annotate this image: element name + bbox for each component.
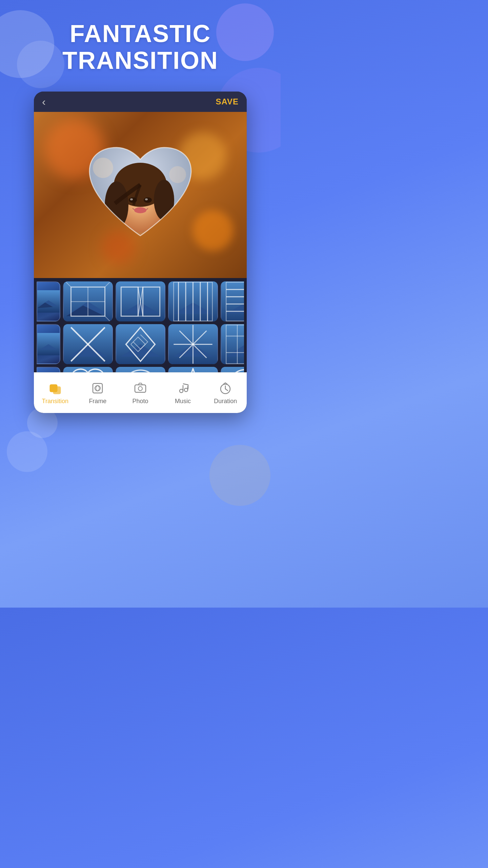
frame-nav-label: Frame xyxy=(89,398,106,405)
svg-point-97 xyxy=(138,387,142,391)
photo-nav-label: Photo xyxy=(132,398,148,405)
nav-item-frame[interactable]: Frame xyxy=(77,381,119,405)
music-nav-label: Music xyxy=(175,398,191,405)
transition-item-partial[interactable] xyxy=(37,281,60,321)
nav-item-music[interactable]: Music xyxy=(162,381,204,405)
grid-row-2 xyxy=(37,324,244,364)
svg-point-13 xyxy=(145,198,148,200)
save-button[interactable]: SAVE xyxy=(216,97,239,106)
music-nav-icon xyxy=(176,381,190,396)
duration-nav-label: Duration xyxy=(214,398,237,405)
nav-item-transition[interactable]: Transition xyxy=(34,381,77,405)
nav-item-duration[interactable]: Duration xyxy=(204,381,247,405)
transition-item-cube[interactable] xyxy=(63,281,113,321)
photo-area xyxy=(34,112,247,278)
phone-topbar: ‹ SAVE xyxy=(34,92,247,112)
svg-rect-70 xyxy=(221,324,244,364)
svg-rect-94 xyxy=(93,383,102,393)
transition-item-blinds[interactable] xyxy=(168,281,218,321)
bokeh-circle xyxy=(209,445,270,506)
svg-point-98 xyxy=(180,389,183,393)
grid-row-1 xyxy=(37,281,244,321)
svg-point-1 xyxy=(93,158,113,178)
bottom-nav: Transition Frame Photo xyxy=(34,372,247,413)
svg-point-8 xyxy=(154,180,174,220)
heart-photo-frame xyxy=(83,141,198,249)
duration-nav-icon xyxy=(218,381,233,396)
transition-item-book[interactable] xyxy=(116,281,165,321)
photo-nav-icon xyxy=(133,381,148,396)
hero-title: FANTASTIC TRANSITION xyxy=(0,20,281,74)
transition-item-mosaic[interactable] xyxy=(221,324,244,364)
transition-nav-label: Transition xyxy=(42,398,68,405)
transition-nav-icon xyxy=(48,381,63,396)
svg-point-12 xyxy=(130,198,133,200)
svg-point-7 xyxy=(105,181,128,229)
svg-rect-96 xyxy=(135,385,146,392)
frame-nav-icon xyxy=(90,381,105,396)
phone-card: ‹ SAVE xyxy=(34,92,247,413)
svg-point-9 xyxy=(134,207,146,213)
transition-item-star-burst[interactable] xyxy=(168,324,218,364)
svg-point-99 xyxy=(184,388,188,392)
svg-point-11 xyxy=(144,197,152,203)
svg-rect-93 xyxy=(53,387,61,394)
nav-item-photo[interactable]: Photo xyxy=(119,381,162,405)
transition-item-cross[interactable] xyxy=(63,324,113,364)
svg-point-2 xyxy=(169,166,186,183)
svg-rect-44 xyxy=(221,281,244,321)
bokeh-circle xyxy=(7,431,47,472)
back-button[interactable]: ‹ xyxy=(42,96,46,107)
svg-line-104 xyxy=(225,389,228,391)
transition-item-stripes[interactable] xyxy=(221,281,244,321)
transition-item-diamond[interactable] xyxy=(116,324,165,364)
transition-item-partial-2[interactable] xyxy=(37,324,60,364)
